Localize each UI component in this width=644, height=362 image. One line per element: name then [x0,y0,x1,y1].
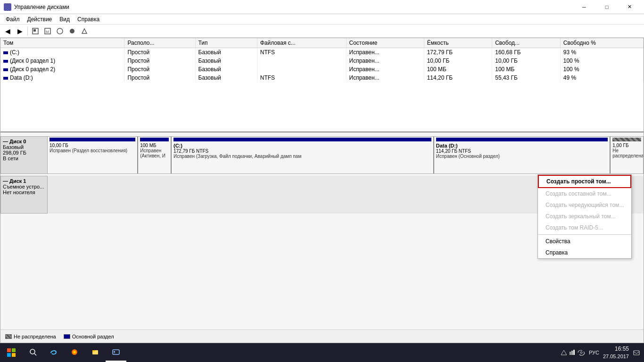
col-capacity: Ёмкость [424,38,492,48]
vol-fs [257,57,346,65]
vol-free: 100 МБ [492,65,561,74]
legend-primary: Основной раздел [64,334,114,339]
disk0-row: — Диск 0 Базовый 298,09 ГБ В сети 10,00 … [0,136,644,174]
notification-icon [633,349,640,356]
taskbar-time: 16:55 [603,345,629,353]
col-free: Свобод... [492,38,561,48]
taskbar-clock: 16:55 27.05.2017 [603,345,629,360]
maximize-button[interactable]: □ [596,0,618,14]
context-menu-item[interactable]: Создать простой том... [538,175,631,188]
toolbar-forward[interactable]: ▶ [14,26,25,36]
partition-status: Исправен (Основной раздел) [436,154,608,159]
menu-file[interactable]: Файл [2,15,24,24]
disk0-label: — Диск 0 Базовый 298,09 ГБ В сети [0,136,48,174]
disk0-status: В сети [3,156,45,161]
vol-fs [257,65,346,74]
toolbar: ◀ ▶ M [0,25,644,38]
toolbar-btn4[interactable] [66,26,78,36]
col-type: Тип [195,38,257,48]
volume-table: Том Располо... Тип Файловая с... Состоян… [0,38,644,82]
disk1-label: — Диск 1 Съемное устро... Нет носителя [0,176,48,214]
vol-name: (Диск 0 раздел 1) [0,57,124,65]
legend-unalloc-label: Не распределена [14,334,56,339]
svg-rect-9 [12,353,16,357]
taskbar-search[interactable] [23,343,43,362]
vol-free: 160,68 ГБ [492,48,561,57]
disk-partition-active[interactable]: 100 МБ Исправен (Активен, И [138,137,172,173]
window-title: Управление дисками [14,4,69,10]
toolbar-btn3[interactable] [54,26,66,36]
toolbar-btn5[interactable] [79,26,90,36]
vol-free-pct: 100 % [560,65,643,74]
svg-rect-18 [114,353,115,353]
disk1-status: Нет носителя [3,189,45,195]
titlebar-controls: ─ □ ✕ [573,0,640,14]
vol-status: Исправен... [346,48,424,57]
close-button[interactable]: ✕ [619,0,640,14]
disk0-name: — Диск 0 [3,139,45,144]
menu-view[interactable]: Вид [56,15,74,24]
svg-rect-7 [12,348,16,352]
vol-free-pct: 93 % [560,48,643,57]
svg-rect-22 [573,350,575,355]
titlebar-left: Управление дисками [4,3,69,11]
table-row[interactable]: Data (D:) Простой Базовый NTFS Исправен.… [0,74,644,82]
svg-rect-6 [7,348,11,352]
svg-rect-21 [571,351,573,355]
vol-capacity: 100 МБ [424,65,492,74]
disk-partition-data_drive[interactable]: Data (D:) 114,20 ГБ NTFS Исправен (Основ… [434,137,611,173]
toolbar-btn2[interactable]: M [42,26,53,36]
disk0-type: Базовый [3,144,45,150]
svg-rect-17 [114,351,115,352]
vol-type: Базовый [195,74,257,82]
svg-point-10 [30,349,35,354]
taskbar-sys-icons [561,349,585,356]
table-row[interactable]: (Диск 0 раздел 1) Простой Базовый Исправ… [0,57,644,65]
vol-name: (Диск 0 раздел 2) [0,65,124,74]
taskbar-date: 27.05.2017 [603,353,629,360]
partition-status: Не распределена [612,148,641,158]
vol-location: Простой [124,65,195,74]
taskbar-edge[interactable] [43,343,64,362]
svg-rect-1 [33,29,36,32]
start-button[interactable] [0,343,23,362]
partition-bar [612,138,641,141]
app-icon [4,3,11,11]
toolbar-back[interactable]: ◀ [2,26,13,36]
table-row[interactable]: (C:) Простой Базовый NTFS Исправен... 17… [0,48,644,57]
vol-capacity: 114,20 ГБ [424,74,492,82]
vol-location: Простой [124,74,195,82]
svg-rect-23 [634,351,639,355]
svg-point-4 [57,28,63,34]
vol-free-pct: 49 % [560,74,643,82]
disk-partition-c_drive[interactable]: (C:) 172,79 ГБ NTFS Исправен (Загрузка, … [172,137,434,173]
taskbar-explorer[interactable] [85,343,106,362]
partition-status: Исправен (Раздел восстановления) [50,148,135,153]
vol-status: Исправен... [346,74,424,82]
menu-action[interactable]: Действие [24,15,56,24]
table-row[interactable]: (Диск 0 раздел 2) Простой Базовый Исправ… [0,65,644,74]
partition-bar [50,138,135,141]
partition-name: Data (D:) [436,143,608,148]
partition-size: 1,00 ГБ [612,143,641,148]
taskbar-firefox[interactable] [64,343,85,362]
disk-partition-recovery[interactable]: 10,00 ГБ Исправен (Раздел восстановления… [48,137,138,173]
minimize-button[interactable]: ─ [573,0,595,14]
vol-fs: NTFS [257,48,346,57]
disk-partition-unalloc[interactable]: 1,00 ГБ Не распределена [611,137,643,173]
context-menu-item[interactable]: Свойства [538,236,631,247]
col-loc: Располо... [124,38,195,48]
disk0-size: 298,09 ГБ [3,150,45,156]
vol-free: 55,43 ГБ [492,74,561,82]
taskbar-diskmgmt[interactable] [106,343,126,362]
partition-status: Исправен (Активен, И [140,148,169,158]
col-free-pct: Свободно % [560,38,643,48]
disk1-name: — Диск 1 [3,178,45,184]
disk1-type: Съемное устро... [3,184,45,189]
context-menu-item[interactable]: Справка [538,247,631,258]
vol-name: Data (D:) [0,74,124,82]
vol-capacity: 10,00 ГБ [424,57,492,65]
toolbar-btn1[interactable] [30,26,41,36]
menu-help[interactable]: Справка [74,15,103,24]
partition-name: (C:) [173,143,431,148]
